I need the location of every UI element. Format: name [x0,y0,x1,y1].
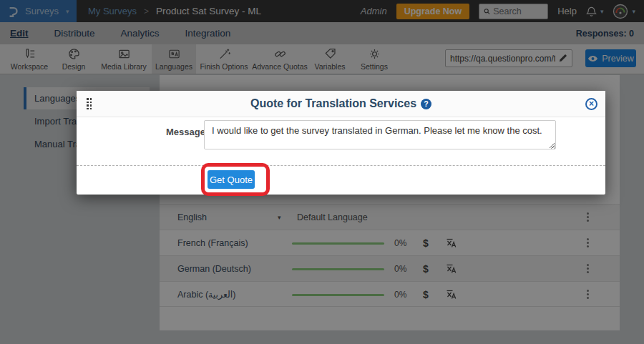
quote-translation-modal: Quote for Translation Services ? × Messa… [77,91,605,195]
message-label: Message [166,127,205,137]
get-quote-button[interactable]: Get Quote [208,170,255,189]
drag-handle-icon[interactable] [87,98,92,109]
modal-header: Quote for Translation Services ? × [77,91,605,117]
message-textarea[interactable]: I would like to get the survey translate… [204,120,556,149]
modal-title: Quote for Translation Services [250,97,416,110]
modal-divider [77,165,605,166]
close-icon[interactable]: × [585,98,597,110]
help-circle-icon[interactable]: ? [421,99,431,109]
